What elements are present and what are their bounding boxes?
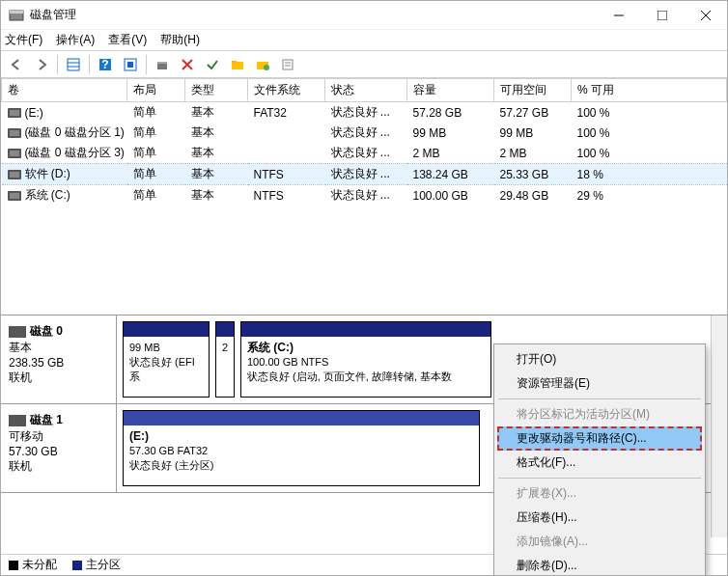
column-header[interactable]: 状态 (325, 79, 407, 102)
svg-rect-6 (68, 59, 79, 70)
svg-rect-12 (127, 62, 133, 68)
toolbar: ? (1, 51, 727, 78)
menu-explorer[interactable]: 资源管理器(E) (497, 371, 702, 396)
volume-icon (8, 128, 21, 138)
close-button[interactable] (684, 1, 727, 30)
column-header[interactable]: % 可用 (572, 79, 727, 102)
partition[interactable]: 2 (215, 321, 235, 398)
volume-table[interactable]: 卷布局类型文件系统状态容量可用空间% 可用 (E:)简单基本FAT32状态良好 … (1, 78, 727, 206)
disk-label[interactable]: 磁盘 0基本238.35 GB联机 (1, 315, 117, 403)
svg-rect-17 (232, 62, 243, 69)
disk-icon (9, 326, 26, 338)
menu-help[interactable]: 帮助(H) (160, 32, 200, 48)
settings-icon[interactable] (119, 54, 142, 75)
view-list-icon[interactable] (62, 54, 85, 75)
properties-icon[interactable] (276, 54, 299, 75)
maximize-button[interactable] (640, 1, 684, 30)
folder-icon[interactable] (226, 54, 249, 75)
disk-icon (9, 415, 26, 426)
volume-icon (8, 170, 21, 179)
window-title: 磁盘管理 (30, 7, 597, 23)
check-icon[interactable] (201, 54, 224, 75)
app-icon (9, 8, 24, 23)
svg-point-20 (264, 65, 269, 70)
svg-rect-21 (283, 60, 293, 69)
column-header[interactable]: 卷 (2, 79, 127, 102)
back-button[interactable] (5, 54, 28, 75)
partition[interactable]: 99 MB状态良好 (EFI 系 (123, 321, 210, 398)
partition[interactable]: 系统 (C:)100.00 GB NTFS状态良好 (启动, 页面文件, 故障转… (240, 321, 491, 398)
forward-button[interactable] (30, 54, 53, 75)
volume-row[interactable]: 系统 (C:)简单基本NTFS状态良好 ...100.00 GB29.48 GB… (2, 185, 727, 206)
volume-row[interactable]: (磁盘 0 磁盘分区 3)简单基本状态良好 ...2 MB2 MB100 % (2, 143, 727, 164)
delete-icon[interactable] (176, 54, 199, 75)
column-header[interactable]: 可用空间 (494, 79, 572, 102)
menu-format[interactable]: 格式化(F)... (497, 451, 702, 475)
volume-row[interactable]: 软件 (D:)简单基本NTFS状态良好 ...138.24 GB25.33 GB… (2, 164, 727, 185)
menu-mirror: 添加镜像(A)... (497, 530, 702, 554)
volume-row[interactable]: (E:)简单基本FAT32状态良好 ...57.28 GB57.27 GB100… (2, 102, 727, 123)
legend-primary: 主分区 (72, 557, 121, 573)
column-header[interactable]: 文件系统 (248, 79, 325, 102)
legend-unallocated: 未分配 (9, 557, 57, 573)
svg-rect-3 (658, 11, 667, 20)
menu-view[interactable]: 查看(V) (108, 32, 147, 48)
column-header[interactable]: 容量 (407, 79, 494, 102)
volume-list-pane: 卷布局类型文件系统状态容量可用空间% 可用 (E:)简单基本FAT32状态良好 … (1, 78, 727, 315)
menu-change-drive-letter[interactable]: 更改驱动器号和路径(C)... (497, 426, 702, 451)
refresh-icon[interactable] (151, 54, 174, 75)
column-header[interactable]: 布局 (127, 79, 185, 102)
volume-icon (8, 108, 21, 118)
svg-rect-1 (10, 11, 23, 14)
folder-new-icon[interactable] (251, 54, 274, 75)
partition[interactable]: (E:)57.30 GB FAT32状态良好 (主分区) (123, 410, 480, 486)
svg-rect-18 (232, 61, 237, 63)
volume-row[interactable]: (磁盘 0 磁盘分区 1)简单基本状态良好 ...99 MB99 MB100 % (2, 123, 727, 143)
menu-action[interactable]: 操作(A) (56, 32, 95, 48)
menu-shrink[interactable]: 压缩卷(H)... (497, 506, 702, 530)
context-menu: 打开(O) 资源管理器(E) 将分区标记为活动分区(M) 更改驱动器号和路径(C… (493, 343, 706, 576)
volume-icon (8, 149, 21, 158)
menu-extend: 扩展卷(X)... (497, 481, 702, 506)
menubar: 文件(F) 操作(A) 查看(V) 帮助(H) (1, 30, 727, 51)
column-header[interactable]: 类型 (185, 79, 248, 102)
minimize-button[interactable] (597, 1, 640, 30)
volume-icon (8, 191, 21, 201)
disk-label[interactable]: 磁盘 1可移动57.30 GB联机 (1, 404, 117, 492)
titlebar: 磁盘管理 (1, 1, 727, 30)
menu-file[interactable]: 文件(F) (5, 32, 42, 48)
svg-rect-14 (157, 62, 167, 64)
menu-mark-active: 将分区标记为活动分区(M) (497, 402, 702, 426)
svg-text:?: ? (101, 58, 108, 71)
menu-open[interactable]: 打开(O) (497, 347, 702, 371)
vertical-scrollbar[interactable] (711, 315, 727, 537)
help-icon[interactable]: ? (94, 54, 117, 75)
menu-delete[interactable]: 删除卷(D)... (497, 554, 702, 576)
